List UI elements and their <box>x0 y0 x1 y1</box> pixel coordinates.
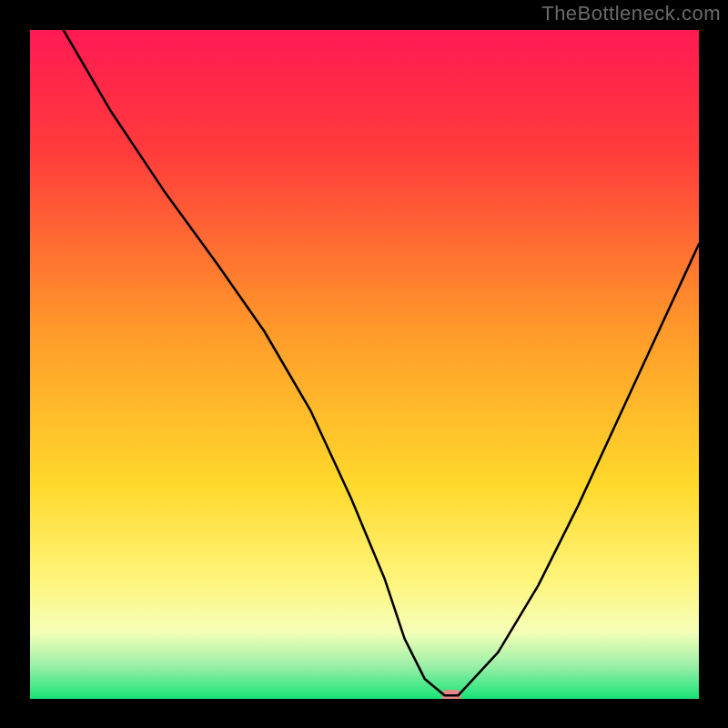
bottleneck-curve <box>30 30 699 699</box>
chart-frame: TheBottleneck.com <box>0 0 728 728</box>
watermark-text: TheBottleneck.com <box>541 2 721 25</box>
plot-area <box>30 30 699 699</box>
